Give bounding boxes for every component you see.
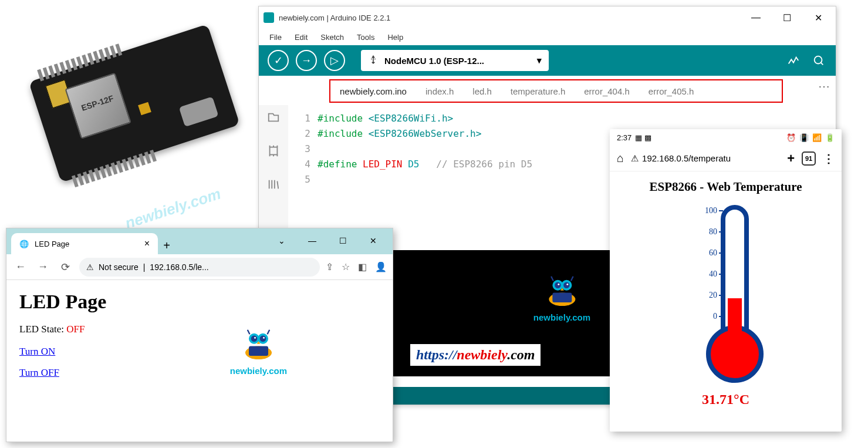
status-app-icons: ▦ ▩ <box>635 133 651 142</box>
new-tab-button[interactable]: + <box>158 237 175 254</box>
menu-sketch[interactable]: Sketch <box>320 33 344 42</box>
browser-viewport: LED Page LED State: OFF Turn ON Turn OFF… <box>6 280 393 442</box>
svg-text:40: 40 <box>709 270 717 278</box>
nodemcu-board-image <box>0 0 278 245</box>
address-bar[interactable]: ⚠ Not secure | 192.168.0.5/le... <box>79 258 320 277</box>
new-tab-button[interactable]: + <box>787 151 795 166</box>
tab-error-405-h[interactable]: error_405.h <box>639 80 704 102</box>
menu-help[interactable]: Help <box>387 33 403 42</box>
serial-monitor-icon[interactable] <box>810 52 827 69</box>
svg-text:60: 60 <box>709 248 717 257</box>
minimize-button[interactable]: — <box>300 232 324 250</box>
menu-file[interactable]: File <box>269 33 282 42</box>
globe-icon: 🌐 <box>19 240 29 248</box>
library-icon[interactable] <box>267 178 280 194</box>
owl-logo-watermark: newbiely.com <box>533 268 590 322</box>
wifi-icon: 📶 <box>812 133 822 142</box>
vibrate-icon: 📳 <box>799 133 809 142</box>
minimize-button[interactable]: — <box>748 9 764 26</box>
mobile-toolbar: ⌂ ⚠ 192.168.0.5/temperatu + 91 ⋮ <box>610 146 842 171</box>
close-button[interactable]: ✕ <box>810 9 826 26</box>
battery-icon: 🔋 <box>825 133 835 142</box>
back-button[interactable]: ← <box>12 261 29 273</box>
thermometer-graphic: 100 80 60 40 20 0 <box>667 201 785 383</box>
svg-point-6 <box>555 282 561 289</box>
arduino-icon <box>264 12 274 23</box>
temperature-value: 31.71°C <box>610 392 842 407</box>
turn-off-link[interactable]: Turn OFF <box>19 367 380 379</box>
menu-edit[interactable]: Edit <box>295 33 308 42</box>
mobile-address-bar[interactable]: ⚠ 192.168.0.5/temperatu <box>631 153 780 164</box>
svg-point-9 <box>566 284 568 285</box>
svg-text:0: 0 <box>713 312 717 321</box>
mobile-viewport: ESP8266 - Web Temperature 100 80 60 40 2… <box>610 171 842 407</box>
maximize-button[interactable]: ☐ <box>779 9 795 26</box>
page-heading: LED Page <box>19 291 380 313</box>
ide-titlebar: newbiely.com | Arduino IDE 2.2.1 — ☐ ✕ <box>259 6 836 29</box>
browser-tabstrip: 🌐 LED Page × + ⌄ — ☐ ✕ <box>6 228 393 254</box>
board-selector[interactable]: NodeMCU 1.0 (ESP-12... ▾ <box>361 50 549 71</box>
svg-point-18 <box>263 337 265 339</box>
mobile-browser-temperature: 2:37 ▦ ▩ ⏰ 📳 📶 🔋 ⌂ ⚠ 192.168.0.5/tempera… <box>610 129 842 432</box>
owl-logo-watermark: newbiely.com <box>230 321 287 376</box>
window-title: newbiely.com | Arduino IDE 2.2.1 <box>279 14 748 22</box>
upload-button[interactable]: → <box>296 50 317 71</box>
led-state-value: OFF <box>66 324 85 335</box>
home-icon[interactable]: ⌂ <box>617 151 624 165</box>
explorer-icon[interactable] <box>267 111 280 127</box>
sidepanel-icon[interactable]: ◧ <box>358 261 367 272</box>
reload-button[interactable]: ⟳ <box>57 261 73 274</box>
browser-tab-led[interactable]: 🌐 LED Page × <box>11 233 158 254</box>
tab-title: LED Page <box>35 240 69 248</box>
svg-rect-23 <box>728 328 742 345</box>
forward-button[interactable]: → <box>35 261 51 273</box>
svg-rect-1 <box>270 147 278 155</box>
alarm-icon: ⏰ <box>786 133 796 142</box>
share-icon[interactable]: ⇪ <box>326 261 333 272</box>
svg-point-8 <box>558 284 559 285</box>
menu-icon[interactable]: ⋮ <box>823 151 835 166</box>
maximize-button[interactable]: ☐ <box>331 232 354 250</box>
svg-point-0 <box>815 56 822 64</box>
close-button[interactable]: ✕ <box>362 232 385 250</box>
usb-icon <box>368 55 379 67</box>
url-text: 192.168.0.5/le... <box>150 262 208 272</box>
ide-toolbar: ✓ → ▷ NodeMCU 1.0 (ESP-12... ▾ <box>259 45 836 76</box>
debug-button[interactable]: ▷ <box>324 50 345 71</box>
tab-led-h[interactable]: led.h <box>463 80 501 102</box>
serial-plotter-icon[interactable] <box>785 52 802 69</box>
turn-on-link[interactable]: Turn ON <box>19 346 380 358</box>
menu-tools[interactable]: Tools <box>357 33 374 42</box>
file-tabs-highlight: newbiely.com.ino index.h led.h temperatu… <box>329 79 783 103</box>
svg-text:100: 100 <box>705 206 717 215</box>
status-time: 2:37 <box>617 133 631 142</box>
mobile-status-bar: 2:37 ▦ ▩ ⏰ 📳 📶 🔋 <box>610 129 842 146</box>
svg-point-16 <box>260 336 266 342</box>
url-text: 192.168.0.5/temperatu <box>642 153 731 163</box>
tab-temperature-h[interactable]: temperature.h <box>501 80 575 102</box>
tab-main-ino[interactable]: newbiely.com.ino <box>330 80 416 102</box>
ide-menubar: File Edit Sketch Tools Help <box>259 29 836 45</box>
url-overlay-text: https://newbiely.com <box>410 343 541 366</box>
profile-icon[interactable]: 👤 <box>375 261 387 272</box>
dropdown-icon[interactable]: ⌄ <box>270 232 293 250</box>
chevron-down-icon: ▾ <box>537 55 542 66</box>
tab-index-h[interactable]: index.h <box>416 80 463 102</box>
tab-overflow-menu[interactable]: ⋯ <box>818 79 830 93</box>
browser-toolbar: ← → ⟳ ⚠ Not secure | 192.168.0.5/le... ⇪… <box>6 254 393 280</box>
not-secure-icon: ⚠ <box>86 262 94 272</box>
not-secure-label: Not secure <box>99 262 139 272</box>
boards-icon[interactable] <box>267 144 280 160</box>
svg-rect-12 <box>249 346 268 356</box>
tab-close-icon[interactable]: × <box>144 238 150 249</box>
svg-point-15 <box>251 336 258 342</box>
tab-count-button[interactable]: 91 <box>802 151 816 166</box>
verify-button[interactable]: ✓ <box>268 50 289 71</box>
bookmark-icon[interactable]: ☆ <box>342 261 350 272</box>
led-state-row: LED State: OFF <box>19 324 380 335</box>
svg-point-7 <box>563 282 570 289</box>
tab-error-404-h[interactable]: error_404.h <box>575 80 639 102</box>
separator: | <box>143 262 146 272</box>
board-name: NodeMCU 1.0 (ESP-12... <box>384 56 484 66</box>
svg-rect-3 <box>552 293 572 303</box>
